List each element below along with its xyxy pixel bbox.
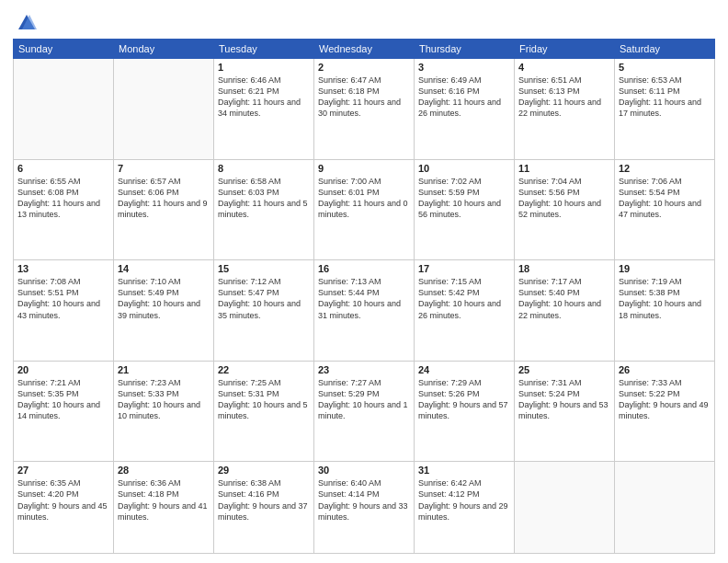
day-info: Sunrise: 6:36 AM Sunset: 4:18 PM Dayligh…	[118, 477, 210, 523]
day-number: 17	[418, 263, 510, 274]
calendar-cell: 19Sunrise: 7:19 AM Sunset: 5:38 PM Dayli…	[615, 260, 715, 362]
calendar-cell: 6Sunrise: 6:55 AM Sunset: 6:08 PM Daylig…	[14, 159, 114, 260]
day-number: 3	[418, 62, 510, 73]
day-number: 18	[518, 263, 610, 274]
day-info: Sunrise: 6:35 AM Sunset: 4:20 PM Dayligh…	[17, 477, 109, 523]
day-number: 14	[118, 263, 210, 274]
calendar-cell: 28Sunrise: 6:36 AM Sunset: 4:18 PM Dayli…	[114, 462, 214, 554]
day-info: Sunrise: 6:47 AM Sunset: 6:18 PM Dayligh…	[318, 75, 410, 120]
day-number: 12	[619, 163, 711, 174]
day-info: Sunrise: 7:13 AM Sunset: 5:44 PM Dayligh…	[318, 276, 410, 321]
day-info: Sunrise: 6:58 AM Sunset: 6:03 PM Dayligh…	[218, 176, 310, 221]
day-number: 23	[318, 364, 410, 375]
day-number: 4	[518, 62, 610, 73]
day-info: Sunrise: 7:29 AM Sunset: 5:26 PM Dayligh…	[418, 377, 510, 422]
day-number: 10	[418, 163, 510, 174]
header-wednesday: Wednesday	[314, 40, 415, 59]
day-number: 29	[218, 465, 310, 476]
day-info: Sunrise: 7:04 AM Sunset: 5:56 PM Dayligh…	[518, 176, 610, 221]
calendar-cell: 9Sunrise: 7:00 AM Sunset: 6:01 PM Daylig…	[314, 159, 415, 260]
day-number: 20	[17, 364, 109, 375]
calendar-cell: 30Sunrise: 6:40 AM Sunset: 4:14 PM Dayli…	[314, 462, 415, 554]
day-info: Sunrise: 7:17 AM Sunset: 5:40 PM Dayligh…	[518, 276, 610, 321]
day-number: 5	[619, 62, 711, 73]
header	[13, 9, 715, 33]
header-saturday: Saturday	[615, 40, 715, 59]
day-info: Sunrise: 7:15 AM Sunset: 5:42 PM Dayligh…	[418, 276, 510, 321]
day-number: 16	[318, 263, 410, 274]
day-info: Sunrise: 7:19 AM Sunset: 5:38 PM Dayligh…	[619, 276, 711, 321]
day-info: Sunrise: 7:00 AM Sunset: 6:01 PM Dayligh…	[318, 176, 410, 221]
week-row-5: 27Sunrise: 6:35 AM Sunset: 4:20 PM Dayli…	[14, 462, 715, 554]
calendar-cell: 11Sunrise: 7:04 AM Sunset: 5:56 PM Dayli…	[515, 159, 615, 260]
day-number: 11	[518, 163, 610, 174]
calendar-cell: 20Sunrise: 7:21 AM Sunset: 5:35 PM Dayli…	[14, 361, 114, 462]
calendar-cell: 2Sunrise: 6:47 AM Sunset: 6:18 PM Daylig…	[314, 59, 415, 160]
day-info: Sunrise: 7:25 AM Sunset: 5:31 PM Dayligh…	[218, 377, 310, 422]
page: SundayMondayTuesdayWednesdayThursdayFrid…	[0, 0, 728, 563]
day-info: Sunrise: 6:38 AM Sunset: 4:16 PM Dayligh…	[218, 477, 310, 523]
calendar-cell: 13Sunrise: 7:08 AM Sunset: 5:51 PM Dayli…	[14, 260, 114, 362]
calendar-cell: 10Sunrise: 7:02 AM Sunset: 5:59 PM Dayli…	[415, 159, 515, 260]
calendar-cell: 8Sunrise: 6:58 AM Sunset: 6:03 PM Daylig…	[214, 159, 314, 260]
week-row-1: 1Sunrise: 6:46 AM Sunset: 6:21 PM Daylig…	[14, 59, 715, 160]
day-info: Sunrise: 6:55 AM Sunset: 6:08 PM Dayligh…	[17, 176, 109, 221]
day-info: Sunrise: 7:31 AM Sunset: 5:24 PM Dayligh…	[518, 377, 610, 422]
day-number: 13	[17, 263, 109, 274]
day-number: 19	[619, 263, 711, 274]
calendar-cell: 12Sunrise: 7:06 AM Sunset: 5:54 PM Dayli…	[615, 159, 715, 260]
calendar-cell: 27Sunrise: 6:35 AM Sunset: 4:20 PM Dayli…	[14, 462, 114, 554]
calendar-cell: 5Sunrise: 6:53 AM Sunset: 6:11 PM Daylig…	[615, 59, 715, 160]
calendar-cell	[14, 59, 114, 160]
calendar-cell: 15Sunrise: 7:12 AM Sunset: 5:47 PM Dayli…	[214, 260, 314, 362]
day-info: Sunrise: 6:46 AM Sunset: 6:21 PM Dayligh…	[218, 75, 310, 120]
day-number: 28	[118, 465, 210, 476]
calendar-cell: 4Sunrise: 6:51 AM Sunset: 6:13 PM Daylig…	[515, 59, 615, 160]
day-info: Sunrise: 7:02 AM Sunset: 5:59 PM Dayligh…	[418, 176, 510, 221]
day-info: Sunrise: 7:08 AM Sunset: 5:51 PM Dayligh…	[17, 276, 109, 321]
day-number: 2	[318, 62, 410, 73]
calendar-cell: 1Sunrise: 6:46 AM Sunset: 6:21 PM Daylig…	[214, 59, 314, 160]
day-number: 7	[118, 163, 210, 174]
day-number: 27	[17, 465, 109, 476]
day-number: 8	[218, 163, 310, 174]
header-friday: Friday	[515, 40, 615, 59]
calendar-table: SundayMondayTuesdayWednesdayThursdayFrid…	[13, 39, 715, 554]
day-number: 31	[418, 465, 510, 476]
day-info: Sunrise: 7:12 AM Sunset: 5:47 PM Dayligh…	[218, 276, 310, 321]
calendar-cell: 21Sunrise: 7:23 AM Sunset: 5:33 PM Dayli…	[114, 361, 214, 462]
day-number: 25	[518, 364, 610, 375]
day-info: Sunrise: 6:51 AM Sunset: 6:13 PM Dayligh…	[518, 75, 610, 120]
header-tuesday: Tuesday	[214, 40, 314, 59]
calendar-cell	[615, 462, 715, 554]
day-info: Sunrise: 7:06 AM Sunset: 5:54 PM Dayligh…	[619, 176, 711, 221]
calendar-cell: 25Sunrise: 7:31 AM Sunset: 5:24 PM Dayli…	[515, 361, 615, 462]
day-number: 30	[318, 465, 410, 476]
day-number: 21	[118, 364, 210, 375]
logo	[13, 13, 37, 33]
day-info: Sunrise: 7:33 AM Sunset: 5:22 PM Dayligh…	[619, 377, 711, 422]
day-number: 26	[619, 364, 711, 375]
calendar-header-row: SundayMondayTuesdayWednesdayThursdayFrid…	[14, 40, 715, 59]
calendar-cell	[114, 59, 214, 160]
day-number: 15	[218, 263, 310, 274]
week-row-3: 13Sunrise: 7:08 AM Sunset: 5:51 PM Dayli…	[14, 260, 715, 362]
day-number: 1	[218, 62, 310, 73]
calendar-cell: 29Sunrise: 6:38 AM Sunset: 4:16 PM Dayli…	[214, 462, 314, 554]
calendar-cell: 22Sunrise: 7:25 AM Sunset: 5:31 PM Dayli…	[214, 361, 314, 462]
day-info: Sunrise: 6:57 AM Sunset: 6:06 PM Dayligh…	[118, 176, 210, 221]
calendar-cell: 26Sunrise: 7:33 AM Sunset: 5:22 PM Dayli…	[615, 361, 715, 462]
header-thursday: Thursday	[415, 40, 515, 59]
day-number: 24	[418, 364, 510, 375]
calendar-cell: 18Sunrise: 7:17 AM Sunset: 5:40 PM Dayli…	[515, 260, 615, 362]
calendar-cell: 24Sunrise: 7:29 AM Sunset: 5:26 PM Dayli…	[415, 361, 515, 462]
header-monday: Monday	[114, 40, 214, 59]
day-info: Sunrise: 7:21 AM Sunset: 5:35 PM Dayligh…	[17, 377, 109, 422]
header-sunday: Sunday	[14, 40, 114, 59]
calendar-cell: 23Sunrise: 7:27 AM Sunset: 5:29 PM Dayli…	[314, 361, 415, 462]
day-info: Sunrise: 7:23 AM Sunset: 5:33 PM Dayligh…	[118, 377, 210, 422]
calendar-cell	[515, 462, 615, 554]
day-number: 9	[318, 163, 410, 174]
day-info: Sunrise: 6:53 AM Sunset: 6:11 PM Dayligh…	[619, 75, 711, 120]
day-info: Sunrise: 6:42 AM Sunset: 4:12 PM Dayligh…	[418, 477, 510, 523]
